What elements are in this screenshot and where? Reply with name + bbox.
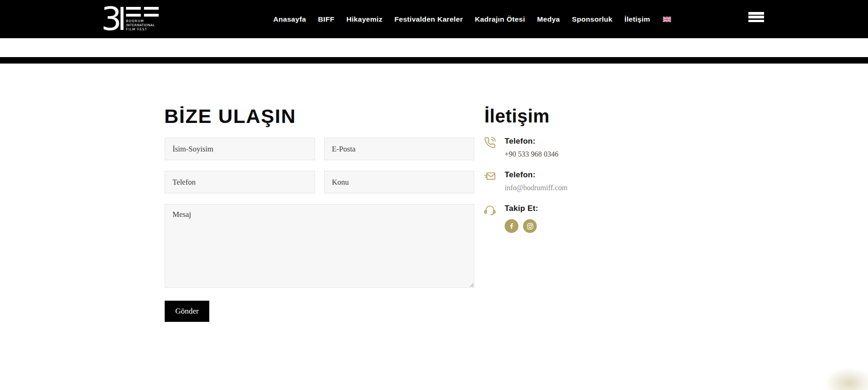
- name-field[interactable]: [165, 138, 315, 160]
- contact-form: Gönder: [165, 138, 474, 322]
- nav-item-sponsorluk[interactable]: Sponsorluk: [572, 15, 612, 23]
- facebook-icon: [508, 223, 515, 229]
- contact-page: 3 BODRUM INTERNATIONAL FILM FEST Anasayf…: [0, 0, 868, 390]
- phone-number[interactable]: +90 533 968 0346: [505, 150, 558, 158]
- message-field[interactable]: [165, 204, 474, 288]
- contact-item-follow: Takip Et:: [484, 204, 668, 233]
- contact-item-phone: Telefon: +90 533 968 0346: [484, 137, 668, 158]
- logo-text-line3: FILM FEST: [126, 27, 147, 31]
- nav-item-anasayfa[interactable]: Anasayfa: [273, 15, 306, 23]
- uk-flag-icon[interactable]: [663, 17, 671, 22]
- instagram-button[interactable]: [523, 219, 537, 233]
- phone-field[interactable]: [165, 171, 315, 193]
- contact-info-title: İletişim: [484, 106, 550, 127]
- social-links: [505, 219, 538, 233]
- headset-icon: [484, 204, 496, 216]
- logo-digit: 3: [103, 6, 122, 31]
- main-nav: Anasayfa BIFF Hikayemiz Festivalden Kare…: [273, 0, 671, 38]
- biff-logo[interactable]: 3 BODRUM INTERNATIONAL FILM FEST: [103, 6, 161, 31]
- scroll-top-glow: [824, 367, 868, 390]
- contact-item-email: Telefon: info@bodrumiff.com: [484, 170, 668, 192]
- subject-field[interactable]: [324, 171, 475, 193]
- page-title: BİZE ULAŞIN: [164, 105, 296, 128]
- nav-item-kadrajin-otesi[interactable]: Kadrajın Ötesi: [475, 15, 525, 23]
- logo-text-line1: BODRUM: [126, 19, 144, 23]
- nav-item-hikayemiz[interactable]: Hikayemiz: [346, 15, 383, 23]
- logo-text-line2: INTERNATIONAL: [126, 23, 155, 27]
- nav-item-biff[interactable]: BIFF: [318, 15, 334, 23]
- contact-info-list: Telefon: +90 533 968 0346 Telefon: info@…: [484, 137, 668, 245]
- site-header: 3 BODRUM INTERNATIONAL FILM FEST Anasayf…: [0, 0, 868, 38]
- email-field[interactable]: [324, 138, 475, 160]
- instagram-icon: [527, 223, 534, 230]
- header-divider-bar: [0, 57, 868, 64]
- contact-item-label: Telefon:: [505, 137, 558, 146]
- hamburger-menu-icon[interactable]: [748, 12, 764, 22]
- email-address[interactable]: info@bodrumiff.com: [505, 184, 568, 192]
- phone-icon: [484, 137, 496, 149]
- send-button[interactable]: Gönder: [165, 301, 209, 322]
- facebook-button[interactable]: [505, 219, 518, 233]
- contact-item-label: Telefon:: [505, 170, 568, 180]
- nav-item-medya[interactable]: Medya: [537, 15, 560, 23]
- email-icon: [484, 170, 496, 182]
- nav-item-festivalden-kareler[interactable]: Festivalden Kareler: [395, 15, 463, 23]
- contact-item-label: Takip Et:: [505, 204, 538, 213]
- nav-item-iletisim[interactable]: İletişim: [625, 15, 650, 23]
